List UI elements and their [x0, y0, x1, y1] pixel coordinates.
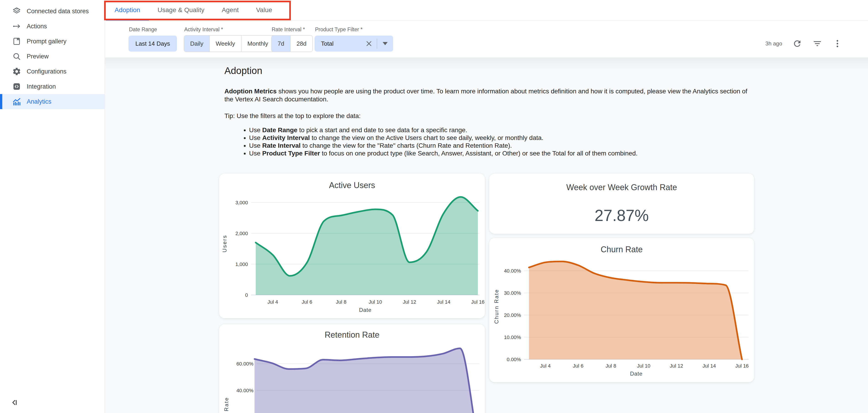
- active-users-chart: 3,0002,0001,0000Jul 4Jul 6Jul 8Jul 10Jul…: [219, 173, 485, 319]
- collapse-sidebar-button[interactable]: [9, 397, 20, 408]
- active-users-chart-card: 3,0002,0001,0000Jul 4Jul 6Jul 8Jul 10Jul…: [219, 173, 485, 318]
- prompt-gallery-icon: [12, 37, 21, 46]
- activity-interval-segmented-control: Daily Weekly Monthly: [184, 35, 275, 52]
- last-refreshed-label: 3h ago: [766, 40, 782, 47]
- svg-text:40.00%: 40.00%: [236, 388, 253, 393]
- tab-adoption[interactable]: Adoption: [106, 0, 149, 20]
- retention-rate-chart: 60.00%40.00%20.00%0.00%Jul 4Jul 6Jul 8Ju…: [219, 324, 485, 413]
- wow-growth-title: Week over Week Growth Rate: [566, 183, 677, 192]
- tab-value[interactable]: Value: [247, 0, 281, 20]
- svg-text:Churn Rate: Churn Rate: [601, 245, 643, 254]
- more-vert-icon[interactable]: [832, 39, 842, 49]
- svg-text:Jul 8: Jul 8: [336, 299, 346, 305]
- chevron-down-icon[interactable]: [377, 42, 393, 45]
- svg-text:Jul 6: Jul 6: [302, 299, 312, 305]
- svg-text:Churn Rate: Churn Rate: [493, 289, 499, 324]
- date-range-chip[interactable]: Last 14 Days: [128, 36, 177, 52]
- tab-bar: Adoption Usage & Quality Agent Value: [105, 0, 868, 21]
- sidebar-item-label: Actions: [27, 23, 47, 30]
- svg-text:Jul 4: Jul 4: [540, 363, 551, 369]
- svg-text:Date: Date: [630, 371, 643, 377]
- svg-text:30.00%: 30.00%: [504, 290, 521, 296]
- activity-interval-option-weekly[interactable]: Weekly: [210, 36, 242, 52]
- svg-text:Jul 10: Jul 10: [637, 363, 650, 369]
- filters-bar: Date Range Last 14 Days Activity Interva…: [105, 21, 868, 58]
- sidebar-item-label: Analytics: [27, 98, 51, 105]
- sidebar: Connected data stores Actions Prompt gal…: [0, 0, 105, 413]
- wow-growth-card: Week over Week Growth Rate 27.87%: [489, 173, 754, 234]
- svg-text:Jul 4: Jul 4: [268, 299, 278, 305]
- page-title: Adoption: [224, 65, 754, 76]
- product-type-filter-value: Total: [321, 40, 365, 47]
- sidebar-item-analytics[interactable]: Analytics: [0, 94, 104, 109]
- svg-text:Date: Date: [359, 307, 372, 313]
- svg-text:Jul 12: Jul 12: [670, 363, 683, 369]
- tab-usage-quality[interactable]: Usage & Quality: [149, 0, 213, 20]
- svg-text:Retention Rate: Retention Rate: [223, 397, 229, 413]
- sidebar-item-connected-data-stores[interactable]: Connected data stores: [0, 4, 104, 19]
- sidebar-item-integration[interactable]: Integration: [0, 79, 104, 94]
- svg-text:Jul 10: Jul 10: [369, 299, 382, 305]
- preview-icon: [12, 52, 21, 61]
- dashboard-toolbar: 3h ago: [766, 36, 868, 52]
- tip-bullet: Use Product Type Filter to focus on one …: [249, 150, 754, 157]
- churn-rate-chart-card: 40.00%30.00%20.00%10.00%0.00%Jul 4Jul 6J…: [489, 238, 754, 382]
- tip-bullet: Use Date Range to pick a start and end d…: [249, 126, 754, 134]
- svg-text:Jul 6: Jul 6: [573, 363, 583, 369]
- rate-interval-option-7d[interactable]: 7d: [272, 36, 291, 52]
- svg-text:0: 0: [245, 292, 248, 298]
- sidebar-item-label: Prompt gallery: [27, 38, 66, 45]
- doc-text: Adoption Adoption Metrics shows you how …: [224, 58, 754, 157]
- sidebar-item-label: Connected data stores: [27, 8, 89, 15]
- svg-text:0.00%: 0.00%: [507, 357, 521, 362]
- activity-interval-label: Activity Interval *: [184, 27, 223, 33]
- data-stores-icon: [12, 7, 21, 16]
- tip-bullet: Use Rate Interval to change the view for…: [249, 142, 754, 150]
- clear-filter-icon[interactable]: [365, 39, 373, 48]
- tip-bullet: Use Activity Interval to change the view…: [249, 134, 754, 142]
- activity-interval-option-daily[interactable]: Daily: [184, 36, 210, 52]
- sidebar-item-label: Integration: [27, 83, 56, 90]
- analytics-icon: [12, 97, 21, 106]
- svg-text:Jul 8: Jul 8: [606, 363, 616, 369]
- svg-text:Jul 14: Jul 14: [703, 363, 716, 369]
- actions-icon: [12, 22, 21, 31]
- sidebar-item-preview[interactable]: Preview: [0, 49, 104, 64]
- activity-interval-option-monthly[interactable]: Monthly: [242, 36, 274, 52]
- rate-interval-label: Rate Interval *: [272, 27, 305, 33]
- sidebar-item-actions[interactable]: Actions: [0, 19, 104, 34]
- refresh-icon[interactable]: [792, 39, 802, 49]
- integration-icon: [12, 82, 21, 91]
- sidebar-item-label: Preview: [27, 53, 49, 60]
- svg-text:1,000: 1,000: [236, 261, 248, 267]
- main-content: Adoption Adoption Metrics shows you how …: [105, 58, 868, 413]
- svg-text:Users: Users: [221, 235, 228, 253]
- svg-text:60.00%: 60.00%: [236, 361, 253, 367]
- intro-paragraph: Adoption Metrics shows you how people ar…: [224, 87, 754, 103]
- rate-interval-option-28d[interactable]: 28d: [291, 36, 312, 52]
- svg-text:2,000: 2,000: [236, 230, 248, 236]
- date-range-label: Date Range: [129, 27, 157, 33]
- svg-text:Jul 14: Jul 14: [437, 299, 451, 305]
- svg-text:10.00%: 10.00%: [504, 335, 521, 340]
- tip-line: Tip: Use the filters at the top to explo…: [224, 112, 754, 120]
- tab-agent[interactable]: Agent: [213, 0, 247, 20]
- wow-growth-value: 27.87%: [594, 206, 649, 225]
- rate-interval-segmented-control: 7d 28d: [271, 35, 313, 52]
- sidebar-item-prompt-gallery[interactable]: Prompt gallery: [0, 34, 104, 49]
- configurations-icon: [12, 67, 21, 76]
- svg-text:20.00%: 20.00%: [504, 312, 521, 318]
- filter-icon[interactable]: [812, 39, 822, 49]
- tip-list: Use Date Range to pick a start and end d…: [224, 126, 754, 157]
- header: Adoption Usage & Quality Agent Value Dat…: [105, 0, 868, 58]
- svg-text:Jul 16: Jul 16: [735, 363, 749, 369]
- svg-text:40.00%: 40.00%: [504, 268, 521, 274]
- svg-text:Retention Rate: Retention Rate: [324, 330, 379, 340]
- sidebar-item-configurations[interactable]: Configurations: [0, 64, 104, 79]
- svg-text:Active Users: Active Users: [329, 181, 375, 190]
- product-type-filter-dropdown[interactable]: Total: [315, 36, 393, 52]
- product-type-filter-label: Product Type Filter *: [315, 27, 363, 33]
- svg-text:Jul 12: Jul 12: [403, 299, 416, 305]
- sidebar-item-label: Configurations: [27, 68, 66, 75]
- retention-rate-chart-card: 60.00%40.00%20.00%0.00%Jul 4Jul 6Jul 8Ju…: [219, 324, 485, 413]
